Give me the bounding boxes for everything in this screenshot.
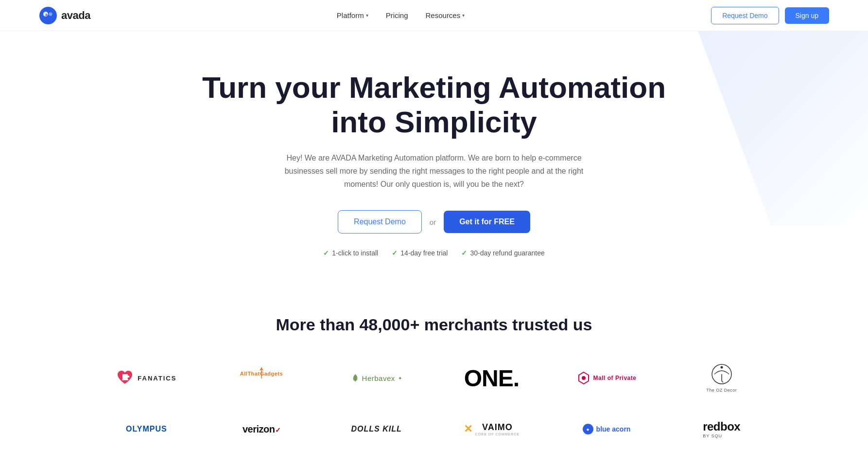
svg-point-2	[49, 12, 52, 16]
svg-rect-6	[122, 379, 128, 379]
hero-section: Turn your Marketing Automation into Simp…	[0, 31, 868, 286]
logo-allthatgadgets: AllThatGadgets	[209, 360, 314, 396]
badge-install: ✓ 1-click to install	[323, 249, 378, 257]
hero-request-demo-button[interactable]: Request Demo	[338, 210, 422, 234]
check-trial-icon: ✓	[392, 249, 398, 257]
logo-icon: a	[39, 6, 57, 25]
logo-mallofprivate: Mall of Private	[554, 361, 660, 395]
nav-links: Platform ▾ Pricing Resources ▾	[330, 7, 471, 23]
nav-request-demo-button[interactable]: Request Demo	[711, 7, 779, 24]
svg-rect-5	[128, 376, 129, 378]
blueacorn-circle-icon: ●	[583, 424, 593, 434]
vaimo-label: VAIMO	[475, 422, 520, 433]
hero-title: Turn your Marketing Automation into Simp…	[191, 70, 677, 140]
verizon-label: verizon✓	[243, 424, 280, 435]
svg-point-0	[39, 7, 57, 24]
badge-trial: ✓ 14-day free trial	[392, 249, 448, 257]
nav-pricing[interactable]: Pricing	[379, 7, 415, 23]
cta-or-text: or	[430, 218, 436, 226]
platform-chevron-icon: ▾	[366, 13, 368, 18]
merchants-title: More than 48,000+ merchants trusted us	[39, 315, 829, 334]
blueacorn-label: blue acorn	[596, 425, 631, 433]
logo-verizon: verizon✓	[209, 412, 314, 446]
logo-text: avada	[61, 9, 90, 22]
mall-label: Mall of Private	[593, 375, 637, 381]
logo-blueacorn: ● blue acorn	[554, 412, 660, 446]
check-install-icon: ✓	[323, 249, 329, 257]
svg-line-14	[722, 381, 723, 382]
nav-resources[interactable]: Resources ▾	[419, 7, 472, 23]
navbar: a avada Platform ▾ Pricing Resources ▾ R…	[0, 0, 868, 31]
hero-get-free-button[interactable]: Get it for FREE	[444, 211, 530, 233]
nav-platform[interactable]: Platform ▾	[330, 7, 375, 23]
svg-point-15	[720, 366, 723, 369]
logo-olympus: OLYMPUS	[94, 412, 199, 446]
logo-ozdecor: The OZ Decor	[669, 359, 774, 397]
ozdecor-icon	[710, 363, 734, 388]
vaimo-subtitle: CORE OF COMMERCE	[475, 433, 520, 436]
merchants-logo-grid: FANATICS AllThatGadgets Herbavex	[94, 359, 774, 446]
hero-cta-group: Request Demo or Get it for FREE	[19, 210, 849, 234]
hero-badges: ✓ 1-click to install ✓ 14-day free trial…	[19, 249, 849, 257]
nav-buttons: Request Demo Sign up	[711, 7, 829, 24]
check-refund-icon: ✓	[461, 249, 467, 257]
logo-vaimo: ✕ VAIMO CORE OF COMMERCE	[439, 412, 544, 446]
fanatics-label: FANATICS	[138, 375, 176, 382]
logo[interactable]: a avada	[39, 6, 90, 25]
logo-redbox: redbox by SQU	[669, 412, 774, 446]
allthatgadgets-icon: AllThatGadgets	[230, 365, 293, 389]
vaimo-x-icon: ✕	[464, 423, 472, 435]
dollskill-label: DOLLS KILL	[351, 425, 402, 433]
redbox-label: redbox	[703, 420, 740, 433]
herbavex-leaf-icon	[351, 373, 359, 383]
svg-rect-4	[122, 374, 128, 379]
merchants-section: More than 48,000+ merchants trusted us F…	[0, 286, 868, 466]
hero-subtitle: Hey! We are AVADA Marketing Automation p…	[274, 151, 594, 191]
hero-content: Turn your Marketing Automation into Simp…	[19, 70, 849, 257]
nav-signup-button[interactable]: Sign up	[785, 7, 829, 24]
fanatics-icon	[116, 369, 134, 387]
one-label: ONE.	[464, 365, 519, 392]
ozdecor-label: The OZ Decor	[706, 388, 737, 393]
svg-point-11	[582, 376, 586, 380]
resources-chevron-icon: ▾	[462, 13, 465, 18]
herbavex-suffix: ✦	[398, 376, 402, 381]
redbox-sub-label: by SQU	[703, 433, 722, 438]
logo-herbavex: Herbavex ✦	[324, 361, 429, 395]
herbavex-label: Herbavex	[362, 374, 395, 382]
logo-fanatics: FANATICS	[94, 361, 199, 395]
svg-rect-7	[122, 379, 128, 380]
badge-refund: ✓ 30-day refund guarantee	[461, 249, 544, 257]
logo-one: ONE.	[439, 360, 544, 397]
olympus-label: OLYMPUS	[126, 425, 167, 433]
mall-icon	[577, 371, 590, 385]
logo-dollskill: DOLLS KILL	[324, 412, 429, 446]
